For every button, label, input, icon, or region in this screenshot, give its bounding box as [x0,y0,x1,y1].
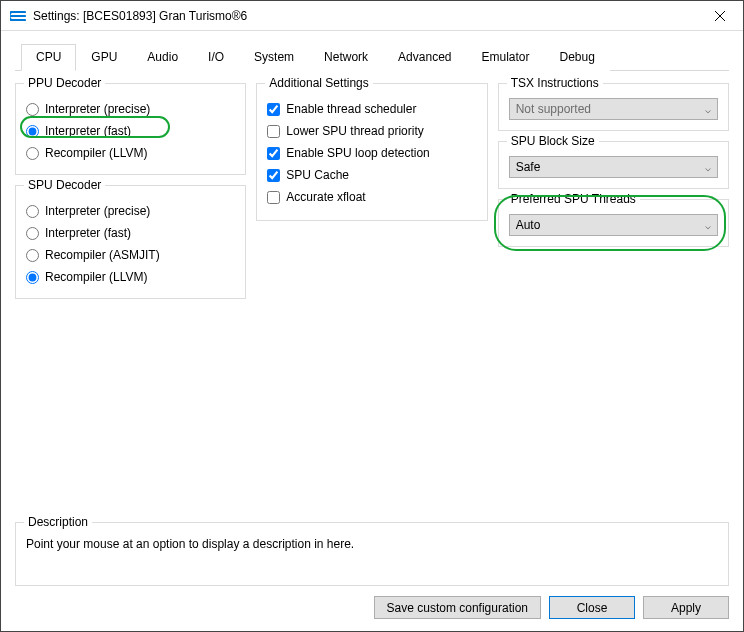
group-legend: Preferred SPU Threads [507,192,640,206]
group-ppu-decoder: PPU Decoder Interpreter (precise) Interp… [15,83,246,175]
select-value: Safe [516,160,541,174]
spu-radio-precise[interactable] [26,205,39,218]
chk-label: Enable thread scheduler [286,102,416,116]
radio-row[interactable]: Interpreter (fast) [26,222,235,244]
chk-accurate-xfloat[interactable] [267,191,280,204]
check-row[interactable]: SPU Cache [267,164,476,186]
group-spu-decoder: SPU Decoder Interpreter (precise) Interp… [15,185,246,299]
chk-label: SPU Cache [286,168,349,182]
column-right: TSX Instructions Not supported ⌵ SPU Blo… [498,77,729,309]
tabstrip: CPU GPU Audio I/O System Network Advance… [15,43,729,71]
group-legend: Additional Settings [265,76,372,90]
spu-radio-llvm[interactable] [26,271,39,284]
tab-advanced[interactable]: Advanced [383,44,466,71]
ppu-radio-label: Recompiler (LLVM) [45,146,147,160]
radio-row[interactable]: Interpreter (precise) [26,98,235,120]
group-legend: SPU Decoder [24,178,105,192]
tab-gpu[interactable]: GPU [76,44,132,71]
ppu-radio-fast[interactable] [26,125,39,138]
check-row[interactable]: Enable SPU loop detection [267,142,476,164]
chk-label: Enable SPU loop detection [286,146,429,160]
close-button[interactable]: Close [549,596,635,619]
ppu-radio-precise[interactable] [26,103,39,116]
check-row[interactable]: Enable thread scheduler [267,98,476,120]
chk-lower-spu-priority[interactable] [267,125,280,138]
ppu-radio-llvm[interactable] [26,147,39,160]
tab-emulator[interactable]: Emulator [466,44,544,71]
group-legend: Description [24,515,92,529]
tab-io[interactable]: I/O [193,44,239,71]
ppu-radio-label: Interpreter (fast) [45,124,131,138]
spu-radio-label: Recompiler (LLVM) [45,270,147,284]
description-text: Point your mouse at an option to display… [26,537,718,551]
tab-audio[interactable]: Audio [132,44,193,71]
chk-label: Accurate xfloat [286,190,365,204]
client-area: CPU GPU Audio I/O System Network Advance… [1,31,743,631]
apply-button[interactable]: Apply [643,596,729,619]
radio-row[interactable]: Recompiler (ASMJIT) [26,244,235,266]
radio-row[interactable]: Recompiler (LLVM) [26,142,235,164]
group-tsx: TSX Instructions Not supported ⌵ [498,83,729,131]
spu-radio-label: Interpreter (fast) [45,226,131,240]
chevron-down-icon: ⌵ [705,162,711,173]
app-logo-icon [9,7,27,25]
chk-spu-cache[interactable] [267,169,280,182]
check-row[interactable]: Lower SPU thread priority [267,120,476,142]
spu-radio-label: Recompiler (ASMJIT) [45,248,160,262]
chk-spu-loop-detection[interactable] [267,147,280,160]
select-tsx: Not supported ⌵ [509,98,718,120]
select-value: Not supported [516,102,591,116]
column-mid: Additional Settings Enable thread schedu… [256,77,487,309]
group-preferred-spu-threads: Preferred SPU Threads Auto ⌵ [498,199,729,247]
group-additional-settings: Additional Settings Enable thread schedu… [256,83,487,221]
check-row[interactable]: Accurate xfloat [267,186,476,208]
group-legend: TSX Instructions [507,76,603,90]
radio-row[interactable]: Recompiler (LLVM) [26,266,235,288]
titlebar: Settings: [BCES01893] Gran Turismo®6 [1,1,743,31]
radio-row[interactable]: Interpreter (fast) [26,120,235,142]
select-preferred-spu-threads[interactable]: Auto ⌵ [509,214,718,236]
group-spu-block-size: SPU Block Size Safe ⌵ [498,141,729,189]
tab-cpu[interactable]: CPU [21,44,76,71]
select-spu-block-size[interactable]: Safe ⌵ [509,156,718,178]
chk-label: Lower SPU thread priority [286,124,423,138]
chevron-down-icon: ⌵ [705,104,711,115]
ppu-radio-label: Interpreter (precise) [45,102,150,116]
tab-network[interactable]: Network [309,44,383,71]
spu-radio-fast[interactable] [26,227,39,240]
column-left: PPU Decoder Interpreter (precise) Interp… [15,77,246,309]
tab-system[interactable]: System [239,44,309,71]
spu-radio-label: Interpreter (precise) [45,204,150,218]
save-custom-config-button[interactable]: Save custom configuration [374,596,541,619]
tab-debug[interactable]: Debug [545,44,610,71]
window-title: Settings: [BCES01893] Gran Turismo®6 [33,9,697,23]
window-close-button[interactable] [697,1,743,31]
select-value: Auto [516,218,541,232]
group-legend: PPU Decoder [24,76,105,90]
group-description: Description Point your mouse at an optio… [15,522,729,586]
chevron-down-icon: ⌵ [705,220,711,231]
chk-thread-scheduler[interactable] [267,103,280,116]
tab-body-cpu: PPU Decoder Interpreter (precise) Interp… [15,71,729,631]
spu-radio-asmjit[interactable] [26,249,39,262]
radio-row[interactable]: Interpreter (precise) [26,200,235,222]
group-legend: SPU Block Size [507,134,599,148]
dialog-button-row: Save custom configuration Close Apply [15,586,729,631]
